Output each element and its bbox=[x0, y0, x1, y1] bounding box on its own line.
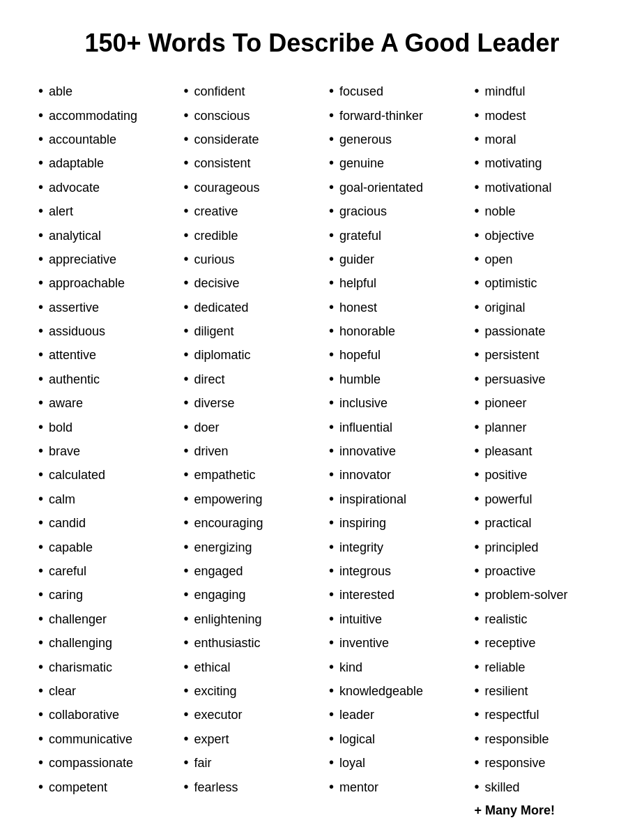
list-item: •persuasive bbox=[475, 367, 606, 391]
word-text: inspiring bbox=[339, 513, 386, 534]
list-item: •logical bbox=[329, 727, 461, 750]
list-item: •resilient bbox=[475, 678, 606, 702]
bullet-icon: • bbox=[184, 702, 189, 726]
word-text: powerful bbox=[485, 489, 532, 510]
word-text: responsible bbox=[485, 729, 549, 750]
list-item: •intuitive bbox=[329, 607, 461, 630]
list-item: •inventive bbox=[329, 630, 461, 654]
word-text: alert bbox=[49, 201, 73, 222]
bullet-icon: • bbox=[329, 271, 334, 294]
bullet-icon: • bbox=[38, 415, 43, 439]
word-text: fearless bbox=[194, 777, 238, 798]
word-text: pleasant bbox=[485, 441, 532, 462]
column-col4: •mindful•modest•moral•motivating•motivat… bbox=[471, 79, 610, 821]
list-item: •integrity bbox=[329, 535, 461, 559]
list-item: •persistent bbox=[475, 342, 606, 366]
list-item: •original bbox=[475, 295, 606, 319]
list-item: •loyal bbox=[329, 750, 461, 774]
list-item: •curious bbox=[184, 247, 316, 271]
word-text: practical bbox=[485, 513, 532, 534]
bullet-icon: • bbox=[184, 151, 189, 174]
word-text: knowledgeable bbox=[339, 681, 423, 702]
word-text: authentic bbox=[49, 369, 100, 391]
bullet-icon: • bbox=[475, 535, 480, 559]
list-item: •driven bbox=[184, 439, 316, 462]
list-item: •inspirational bbox=[329, 487, 461, 510]
word-text: skilled bbox=[485, 777, 520, 798]
bullet-icon: • bbox=[184, 103, 189, 127]
list-item: •guider bbox=[329, 247, 461, 271]
bullet-icon: • bbox=[329, 415, 334, 439]
bullet-icon: • bbox=[38, 702, 43, 726]
word-text: exciting bbox=[194, 681, 237, 702]
word-text: guider bbox=[339, 249, 374, 271]
word-text: courageous bbox=[194, 177, 260, 199]
word-text: direct bbox=[194, 369, 225, 391]
word-text: dedicated bbox=[194, 297, 249, 319]
list-item: •attentive bbox=[38, 342, 170, 366]
list-item: •motivational bbox=[475, 175, 606, 199]
list-item: •accommodating bbox=[38, 103, 170, 127]
bullet-icon: • bbox=[475, 655, 480, 678]
word-text: realistic bbox=[485, 609, 528, 630]
list-item: •innovator bbox=[329, 462, 461, 486]
word-text: considerate bbox=[194, 129, 259, 151]
list-item: •realistic bbox=[475, 607, 606, 630]
list-item: •problem-solver bbox=[475, 582, 606, 606]
bullet-icon: • bbox=[475, 79, 480, 103]
list-item: •executor bbox=[184, 702, 316, 726]
list-item: •helpful bbox=[329, 271, 461, 294]
list-item: •responsive bbox=[475, 750, 606, 774]
bullet-icon: • bbox=[184, 559, 189, 582]
list-item: •consistent bbox=[184, 151, 316, 174]
bullet-icon: • bbox=[475, 199, 480, 222]
word-columns: •able•accommodating•accountable•adaptabl… bbox=[35, 79, 609, 821]
list-item: •expert bbox=[184, 727, 316, 750]
bullet-icon: • bbox=[475, 151, 480, 174]
word-text: generous bbox=[339, 129, 392, 151]
list-item: •communicative bbox=[38, 727, 170, 750]
word-text: candid bbox=[49, 513, 86, 534]
list-item: •approachable bbox=[38, 271, 170, 294]
list-item: •humble bbox=[329, 367, 461, 391]
list-item: •challenger bbox=[38, 607, 170, 630]
bullet-icon: • bbox=[38, 391, 43, 414]
word-text: inventive bbox=[339, 632, 389, 654]
bullet-icon: • bbox=[329, 678, 334, 702]
bullet-icon: • bbox=[329, 295, 334, 319]
list-item: •courageous bbox=[184, 175, 316, 199]
word-text: collaborative bbox=[49, 704, 119, 726]
bullet-icon: • bbox=[329, 79, 334, 103]
list-item: •modest bbox=[475, 103, 606, 127]
word-text: planner bbox=[485, 417, 527, 439]
word-text: leader bbox=[339, 704, 374, 726]
bullet-icon: • bbox=[38, 727, 43, 750]
list-item: •collaborative bbox=[38, 702, 170, 726]
word-text: mentor bbox=[339, 777, 378, 798]
word-text: doer bbox=[194, 417, 220, 439]
list-item: •conscious bbox=[184, 103, 316, 127]
bullet-icon: • bbox=[329, 319, 334, 342]
list-item: •noble bbox=[475, 199, 606, 222]
word-text: encouraging bbox=[194, 513, 263, 534]
bullet-icon: • bbox=[184, 487, 189, 510]
bullet-icon: • bbox=[475, 487, 480, 510]
list-item: •assertive bbox=[38, 295, 170, 319]
bullet-icon: • bbox=[184, 655, 189, 678]
word-text: challenger bbox=[49, 609, 107, 630]
list-item: •reliable bbox=[475, 655, 606, 678]
bullet-icon: • bbox=[329, 103, 334, 127]
word-text: interested bbox=[339, 584, 394, 606]
word-text: analytical bbox=[49, 225, 101, 247]
list-item: •fair bbox=[184, 750, 316, 774]
bullet-icon: • bbox=[38, 79, 43, 103]
bullet-icon: • bbox=[475, 391, 480, 414]
word-text: respectful bbox=[485, 704, 539, 726]
word-text: accountable bbox=[49, 129, 116, 151]
list-item: •credible bbox=[184, 223, 316, 247]
list-item: •objective bbox=[475, 223, 606, 247]
bullet-icon: • bbox=[38, 655, 43, 678]
bullet-icon: • bbox=[475, 223, 480, 247]
list-item: •interested bbox=[329, 582, 461, 606]
list-item: •capable bbox=[38, 535, 170, 559]
